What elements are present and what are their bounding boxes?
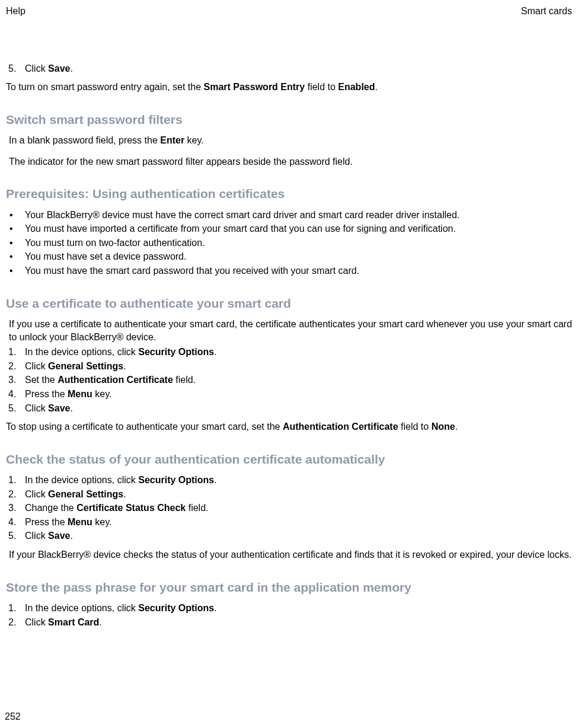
step-number: 5. [6, 402, 25, 415]
bullet-icon: • [6, 250, 25, 263]
note-turn-on-again: To turn on smart password entry again, s… [6, 81, 572, 94]
use-cert-intro: If you use a certificate to authenticate… [9, 318, 572, 343]
page-header: Help Smart cards [5, 5, 573, 18]
page-number: 252 [5, 710, 21, 723]
heading-prerequisites: Prerequisites: Using authentication cert… [6, 186, 572, 202]
switch-filters-p1: In a blank password field, press the Ent… [9, 134, 572, 147]
step-text: Press the Menu key. [25, 388, 572, 401]
step-number: 1. [6, 602, 25, 615]
list-item: 5.Click Save. [6, 402, 572, 415]
list-item: •Your BlackBerry® device must have the c… [6, 209, 572, 222]
step-text: In the device options, click Security Op… [25, 474, 572, 487]
step-save: 5. Click Save. [6, 62, 572, 75]
step-text: Click Save. [25, 529, 572, 542]
step-number: 4. [6, 388, 25, 401]
step-number: 3. [6, 373, 25, 387]
list-item: 1.In the device options, click Security … [6, 602, 572, 615]
list-item: •You must have set a device password. [6, 250, 572, 263]
list-item: 3.Set the Authentication Certificate fie… [6, 373, 572, 387]
list-item: 4.Press the Menu key. [6, 516, 572, 529]
step-number: 1. [6, 474, 25, 487]
step-text: Click Save. [25, 62, 572, 75]
step-text: Set the Authentication Certificate field… [25, 373, 572, 387]
step-text: Change the Certificate Status Check fiel… [25, 502, 572, 515]
step-number: 4. [6, 516, 25, 529]
step-number: 2. [6, 360, 25, 373]
check-status-outro: If your BlackBerry® device checks the st… [9, 548, 572, 561]
list-item: •You must have imported a certificate fr… [6, 222, 572, 235]
step-number: 3. [6, 502, 25, 515]
list-item: •You must turn on two-factor authenticat… [6, 237, 572, 250]
list-item: 3.Change the Certificate Status Check fi… [6, 502, 572, 515]
heading-use-certificate: Use a certificate to authenticate your s… [6, 295, 572, 312]
bullet-icon: • [6, 209, 25, 222]
use-cert-steps: 1.In the device options, click Security … [6, 346, 572, 414]
use-cert-outro: To stop using a certificate to authentic… [6, 420, 572, 433]
bullet-icon: • [6, 237, 25, 250]
list-item: 2.Click General Settings. [6, 488, 572, 501]
step-text: Click Smart Card. [25, 616, 572, 629]
bullet-text: You must turn on two-factor authenticati… [25, 237, 572, 250]
step-number: 1. [6, 346, 25, 359]
step-number: 2. [6, 488, 25, 501]
bullet-text: You must have imported a certificate fro… [25, 222, 572, 235]
list-item: 2.Click General Settings. [6, 360, 572, 373]
step-text: Click General Settings. [25, 360, 572, 373]
list-item: 1.In the device options, click Security … [6, 474, 572, 487]
heading-check-status: Check the status of your authentication … [6, 451, 572, 468]
store-pass-steps: 1.In the device options, click Security … [6, 602, 572, 628]
header-left: Help [6, 5, 25, 18]
list-item: •You must have the smart card password t… [6, 264, 572, 277]
list-item: 5. Click Save. [6, 62, 572, 75]
bullet-text: You must have the smart card password th… [25, 264, 572, 277]
bullet-text: Your BlackBerry® device must have the co… [25, 209, 572, 222]
list-item: 5.Click Save. [6, 529, 572, 542]
step-number: 5. [6, 529, 25, 542]
page: Help Smart cards 5. Click Save. To turn … [0, 0, 578, 728]
header-right: Smart cards [521, 5, 572, 18]
bullet-icon: • [6, 222, 25, 235]
step-text: In the device options, click Security Op… [25, 346, 572, 359]
step-text: Click Save. [25, 402, 572, 415]
switch-filters-p2: The indicator for the new smart password… [9, 155, 572, 168]
list-item: 1.In the device options, click Security … [6, 346, 572, 359]
heading-store-pass-phrase: Store the pass phrase for your smart car… [6, 579, 572, 596]
page-content: 5. Click Save. To turn on smart password… [5, 62, 573, 629]
bullet-text: You must have set a device password. [25, 250, 572, 263]
step-number: 2. [6, 616, 25, 629]
check-status-steps: 1.In the device options, click Security … [6, 474, 572, 542]
list-item: 4.Press the Menu key. [6, 388, 572, 401]
step-number: 5. [6, 62, 25, 75]
step-text: Press the Menu key. [25, 516, 572, 529]
step-text: Click General Settings. [25, 488, 572, 501]
heading-switch-smart-password-filters: Switch smart password filters [6, 111, 572, 128]
list-item: 2.Click Smart Card. [6, 616, 572, 629]
prerequisites-list: •Your BlackBerry® device must have the c… [6, 209, 572, 277]
step-text: In the device options, click Security Op… [25, 602, 572, 615]
bullet-icon: • [6, 264, 25, 277]
